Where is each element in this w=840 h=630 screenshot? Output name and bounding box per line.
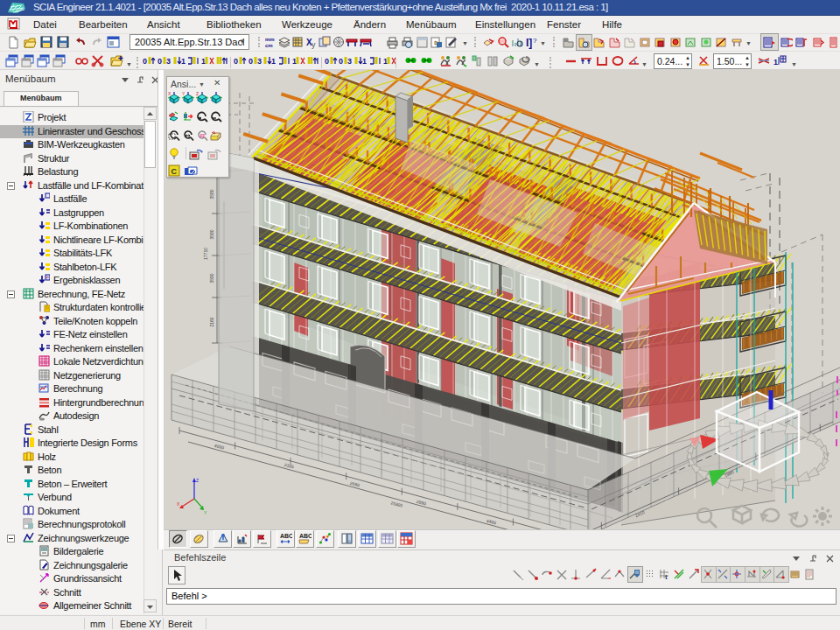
svg-text:R: R <box>200 132 206 140</box>
svg-text:17710: 17710 <box>203 248 208 260</box>
svg-text:Y: Y <box>204 510 207 515</box>
svg-text:1: 1 <box>774 58 778 66</box>
svg-text:3: 3 <box>166 57 171 66</box>
svg-text:25805: 25805 <box>390 500 403 508</box>
svg-text:1: 1 <box>271 57 276 66</box>
svg-text:3580: 3580 <box>209 229 214 239</box>
svg-text:4000: 4000 <box>214 443 224 451</box>
svg-text:ABC: ABC <box>299 533 312 539</box>
svg-text:t: t <box>665 573 668 581</box>
svg-text:1: 1 <box>181 57 186 66</box>
svg-text:1: 1 <box>201 57 206 66</box>
svg-text:0: 0 <box>143 57 147 66</box>
svg-text:1: 1 <box>292 57 297 66</box>
svg-text:cm: cm <box>265 43 273 48</box>
svg-text:ABC: ABC <box>280 533 292 539</box>
svg-text:Y: Y <box>182 91 186 96</box>
svg-text:0: 0 <box>158 57 162 66</box>
svg-text:3: 3 <box>347 57 352 66</box>
svg-text:3580: 3580 <box>209 273 214 283</box>
svg-text:1: 1 <box>383 57 388 66</box>
svg-text:?: ? <box>533 37 537 45</box>
svg-text:1: 1 <box>362 57 367 66</box>
svg-text:Z: Z <box>196 91 199 96</box>
svg-text:2305: 2305 <box>284 462 294 470</box>
svg-text:0: 0 <box>234 57 238 66</box>
svg-text:0: 0 <box>325 57 329 66</box>
svg-text:3: 3 <box>257 57 262 66</box>
svg-text:y: y <box>312 40 316 49</box>
svg-text:C: C <box>172 167 178 176</box>
svg-text:2160: 2160 <box>209 317 214 326</box>
svg-text:3580: 3580 <box>209 189 214 199</box>
svg-text:0: 0 <box>248 57 253 66</box>
svg-text:X: X <box>177 501 180 507</box>
svg-text:0: 0 <box>339 57 343 66</box>
svg-text:mm: mm <box>265 37 275 42</box>
svg-text:Z: Z <box>196 478 199 483</box>
svg-text:X: X <box>168 91 172 96</box>
svg-text:I]: I] <box>526 37 532 49</box>
